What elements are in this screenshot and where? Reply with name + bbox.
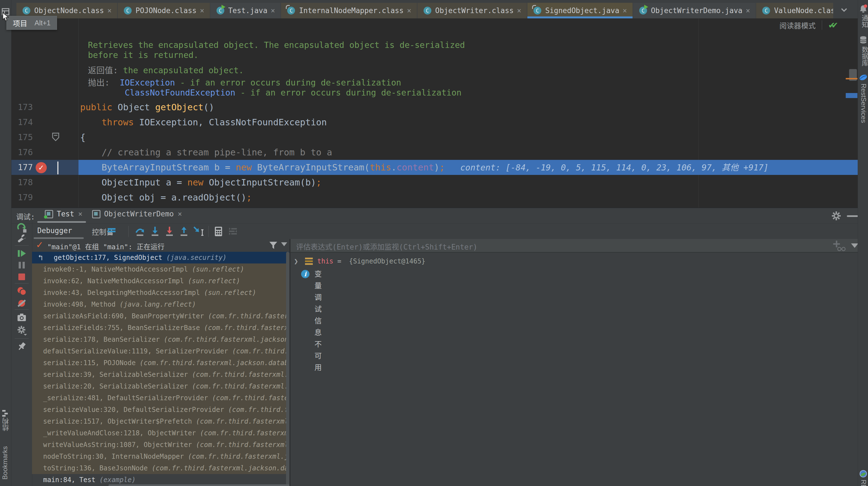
structure-tool-icon[interactable]	[2, 409, 9, 417]
hidden-tabs-chevron-icon[interactable]	[839, 5, 850, 15]
stop-icon[interactable]	[17, 271, 27, 282]
exception-link[interactable]: ClassNotFoundException	[125, 88, 235, 97]
stack-frame[interactable]: serialize:1517, ObjectWriter$Prefetch (c…	[32, 416, 289, 427]
tab-close-icon[interactable]: ×	[407, 7, 411, 14]
stack-frame[interactable]: serialize:178, BeanSerializer (com.fr.th…	[32, 334, 289, 345]
breakpoint-icon[interactable]: ✓	[36, 162, 47, 173]
sidebar-item-database[interactable]: 数据库	[860, 46, 868, 66]
thread-selector[interactable]: ✓ "main"@1 在组 "main": 正在运行	[32, 239, 289, 252]
plugin-globe-icon[interactable]	[859, 469, 867, 478]
expand-chevron-icon[interactable]: ❯	[294, 255, 298, 267]
view-breakpoints-icon[interactable]	[17, 286, 27, 296]
stack-frame[interactable]: serialize:115, POJONode (com.fr.third.fa…	[32, 357, 289, 369]
tab-close-icon[interactable]: ×	[271, 7, 275, 14]
sidebar-item-notifications[interactable]: 通知	[860, 15, 868, 28]
editor-tab[interactable]: CSignedObject.java×	[527, 3, 632, 19]
stack-frame[interactable]: serialize:20, SerializableSerializer (co…	[32, 380, 289, 392]
scrollbar-mark-execution[interactable]	[846, 93, 858, 98]
tab-label: ObjectWriterDemo.java	[651, 6, 743, 15]
close-icon[interactable]: ×	[78, 210, 83, 218]
stack-frame[interactable]: _serialize:481, DefaultSerializerProvide…	[32, 392, 289, 404]
editor-tab[interactable]: CTest.java×	[210, 3, 281, 19]
line-number[interactable]: 177	[11, 160, 33, 175]
stack-frame[interactable]: serializeFields:755, BeanSerializerBase …	[32, 322, 289, 334]
tab-close-icon[interactable]: ×	[746, 7, 750, 14]
resume-program-icon[interactable]	[17, 248, 27, 259]
close-icon[interactable]: ×	[178, 210, 182, 218]
pause-icon[interactable]	[17, 260, 27, 270]
notifications-bell-icon[interactable]	[859, 4, 867, 13]
tab-debugger[interactable]: Debugger	[37, 226, 72, 235]
stack-frame[interactable]: invoke:62, NativeMethodAccessorImpl (sun…	[32, 275, 289, 287]
scrollbar-mark-caret[interactable]	[846, 78, 858, 79]
stack-frame[interactable]: serializeValue:320, DefaultSerializerPro…	[32, 404, 289, 416]
stack-frame[interactable]: invoke:498, Method (java.lang.reflect)	[32, 298, 289, 310]
add-watch-icon[interactable]	[832, 239, 846, 252]
panel-divider[interactable]	[289, 239, 290, 486]
tab-close-icon[interactable]: ×	[107, 7, 112, 14]
stack-frame[interactable]: serialize:39, SerializableSerializer (co…	[32, 369, 289, 380]
line-number[interactable]: 176	[11, 145, 33, 160]
tab-close-icon[interactable]: ×	[623, 7, 627, 14]
tab-close-icon[interactable]: ×	[200, 7, 204, 14]
filter-funnel-icon[interactable]	[269, 240, 278, 250]
stack-frame[interactable]: invoke:43, DelegatingMethodAccessorImpl …	[32, 287, 289, 298]
step-over-icon[interactable]	[134, 226, 146, 237]
sidebar-item-plugin[interactable]: RE	[860, 480, 867, 486]
editor-tab[interactable]: CObjectWriter.class×	[417, 3, 527, 19]
reader-mode-label[interactable]: 阅读器模式	[779, 20, 816, 30]
wrench-icon[interactable]	[17, 233, 27, 244]
sidebar-item-rest-services[interactable]: RestServices	[860, 84, 867, 123]
minimize-icon[interactable]	[847, 215, 858, 217]
editor-tab[interactable]: CObjectWriterDemo.java×	[633, 3, 755, 19]
database-icon[interactable]	[859, 36, 867, 44]
debug-title: 调试:	[16, 211, 35, 222]
session-tab-test[interactable]: Test ×	[44, 210, 82, 218]
debug-gear-icon[interactable]	[17, 325, 27, 336]
editor-tab[interactable]: CValueNode.class×	[756, 3, 833, 19]
stack-frame[interactable]: toString:136, BaseJsonNode (com.fr.third…	[32, 462, 289, 474]
inspections-ok-icon[interactable]: ✔✔	[828, 20, 838, 30]
stack-frame[interactable]: ↰getObject:177, SignedObject (java.secur…	[32, 252, 289, 263]
current-frame-icon: ↰	[38, 252, 43, 263]
stack-frame[interactable]: nodeToString:30, InternalNodeMapper (com…	[32, 451, 289, 462]
fold-marker-icon[interactable]	[52, 133, 59, 142]
view-threads-icon[interactable]	[227, 226, 239, 237]
sidebar-item-bookmarks[interactable]: Bookmarks	[1, 446, 9, 480]
editor-tab[interactable]: CInternalNodeMapper.class×	[281, 3, 416, 19]
step-into-icon[interactable]	[150, 226, 161, 237]
frames-horizontal-scrollbar[interactable]	[108, 484, 289, 486]
line-number[interactable]: 178	[11, 175, 33, 190]
stack-frame[interactable]: defaultSerializeValue:1119, SerializerPr…	[32, 345, 289, 357]
pin-icon[interactable]	[17, 341, 27, 352]
thread-dropdown-caret-icon[interactable]	[281, 242, 287, 246]
frames-vertical-scrollbar[interactable]	[286, 252, 289, 486]
rerun-icon[interactable]	[17, 223, 27, 233]
rest-services-icon[interactable]	[859, 73, 868, 82]
debug-settings-gear-icon[interactable]	[831, 211, 841, 221]
tab-close-icon[interactable]: ×	[517, 7, 522, 14]
step-out-icon[interactable]	[178, 226, 189, 237]
line-number[interactable]: 173	[11, 100, 33, 115]
session-tab-objectwriterdemo[interactable]: ObjectWriterDemo ×	[92, 210, 182, 218]
editor-tab[interactable]: CPOJONode.class×	[118, 3, 210, 19]
reader-mode-bar[interactable]: 阅读器模式 ✔✔	[779, 20, 838, 31]
stack-frame[interactable]: _writeValueAndClose:1218, ObjectWriter (…	[32, 427, 289, 439]
thread-dump-camera-icon[interactable]	[17, 312, 27, 323]
code-editor[interactable]: Retrieves the encapsulated object. The e…	[11, 19, 858, 207]
show-execution-point-icon[interactable]	[106, 226, 117, 237]
evaluate-expression-icon[interactable]	[213, 226, 224, 237]
stack-frame[interactable]: serializeAsField:690, BeanPropertyWriter…	[32, 310, 289, 322]
stack-frame[interactable]: main:84, Test (example)	[32, 474, 289, 486]
evaluate-expression-input[interactable]: 评估表达式(Enter)或添加监视(Ctrl+Shift+Enter)	[290, 239, 858, 253]
stack-frame[interactable]: writeValueAsString:1087, ObjectWriter (c…	[32, 439, 289, 451]
expand-watches-caret-icon[interactable]	[851, 244, 858, 248]
line-number[interactable]: 174	[11, 115, 33, 130]
line-number[interactable]: 175	[11, 130, 33, 145]
sidebar-item-structure[interactable]: 结构	[1, 418, 11, 431]
line-number[interactable]: 179	[11, 190, 33, 205]
stack-frame[interactable]: invoke0:-1, NativeMethodAccessorImpl (su…	[32, 263, 289, 275]
mute-breakpoints-icon[interactable]	[17, 298, 27, 308]
run-to-cursor-icon[interactable]	[193, 226, 204, 237]
force-step-into-icon[interactable]	[164, 226, 175, 237]
